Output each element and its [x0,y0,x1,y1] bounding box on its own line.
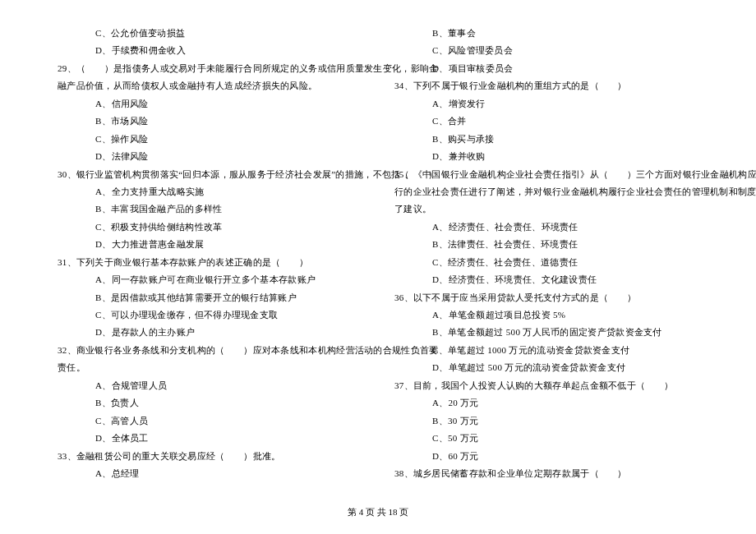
text-line: C、经济责任、社会责任、道德责任 [388,254,705,271]
text-line: D、法律风险 [51,148,368,165]
text-line: 行的企业社会责任进行了阐述，并对银行业金融机构履行企业社会责任的管理机制和制度提… [388,183,705,200]
text-line: A、20 万元 [388,394,705,412]
text-line: 30、银行业监管机构贯彻落实“回归本源，服从服务于经济社会发展”的措施，不包括（… [51,166,368,183]
text-line: C、公允价值变动损益 [51,25,368,42]
text-line: C、操作风险 [51,131,368,148]
text-line: B、董事会 [388,25,705,42]
text-line: D、全体员工 [51,430,368,447]
text-line: D、单笔超过 500 万元的流动资金贷款资金支付 [388,359,705,376]
text-line: D、60 万元 [388,448,705,465]
text-line: D、是存款人的主办账户 [51,324,368,341]
text-line: D、经济责任、环境责任、文化建设责任 [388,271,705,288]
text-line: D、项目审核委员会 [388,60,705,77]
text-line: 融产品价值，从而给债权人或金融持有人造成经济损失的风险。 [51,77,368,94]
right-column: B、董事会C、风险管理委员会D、项目审核委员会34、下列不属于银行业金融机构的重… [378,25,715,482]
text-line: 36、以下不属于应当采用贷款人受托支付方式的是（ ） [388,289,705,306]
text-line: A、合规管理人员 [51,377,368,394]
text-line: A、同一存款账户可在商业银行开立多个基本存款账户 [51,271,368,288]
text-line: B、负责人 [51,394,368,412]
text-line: 37、目前，我国个人投资人认购的大额存单起点金额不低于（ ） [388,377,705,394]
text-line: 34、下列不属于银行业金融机构的重组方式的是（ ） [388,77,705,94]
text-line: B、市场风险 [51,113,368,130]
text-line: B、购买与承接 [388,131,705,148]
page-content: C、公允价值变动损益D、手续费和佣金收入29、（ ）是指债务人或交易对手未能履行… [0,0,756,490]
text-line: 责任。 [51,359,368,376]
text-line: B、单笔金额超过 500 万人民币的固定资产贷款资金支付 [388,324,705,341]
text-line: C、可以办理现金缴存，但不得办理现金支取 [51,306,368,324]
text-line: C、风险管理委员会 [388,42,705,59]
text-line: 33、金融租赁公司的重大关联交易应经（ ）批准。 [51,448,368,465]
text-line: C、合并 [388,113,705,130]
text-line: 32、商业银行各业务条线和分支机构的（ ）应对本条线和本机构经营活动的合规性负首… [51,342,368,359]
text-line: A、信用风险 [51,95,368,113]
text-line: A、全力支持重大战略实施 [51,183,368,200]
text-line: 35、《中国银行业金融机构企业社会责任指引》从（ ）三个方面对银行业金融机构应该… [388,166,705,183]
text-line: C、50 万元 [388,430,705,447]
text-line: 31、下列关于商业银行基本存款账户的表述正确的是（ ） [51,254,368,271]
text-line: C、单笔超过 1000 万元的流动资金贷款资金支付 [388,342,705,359]
left-column: C、公允价值变动损益D、手续费和佣金收入29、（ ）是指债务人或交易对手未能履行… [41,25,378,482]
text-line: A、增资发行 [388,95,705,113]
text-line: B、30 万元 [388,412,705,430]
text-line: B、是因借款或其他结算需要开立的银行结算账户 [51,289,368,306]
text-line: B、丰富我国金融产品的多样性 [51,200,368,218]
text-line: C、高管人员 [51,412,368,430]
text-line: B、法律责任、社会责任、环境责任 [388,236,705,253]
text-line: A、总经理 [51,465,368,482]
text-line: 了建议。 [388,200,705,218]
text-line: D、兼并收购 [388,148,705,165]
text-line: D、大力推进普惠金融发展 [51,236,368,253]
text-line: 29、（ ）是指债务人或交易对手未能履行合同所规定的义务或信用质量发生变化，影响… [51,60,368,77]
text-line: D、手续费和佣金收入 [51,42,368,59]
text-line: C、积极支持供给侧结构性改革 [51,219,368,236]
text-line: A、单笔金额超过项目总投资 5% [388,306,705,324]
text-line: 38、城乡居民储蓄存款和企业单位定期存款属于（ ） [388,465,705,482]
page-footer: 第 4 页 共 18 页 [0,504,756,521]
text-line: A、经济责任、社会责任、环境责任 [388,219,705,236]
